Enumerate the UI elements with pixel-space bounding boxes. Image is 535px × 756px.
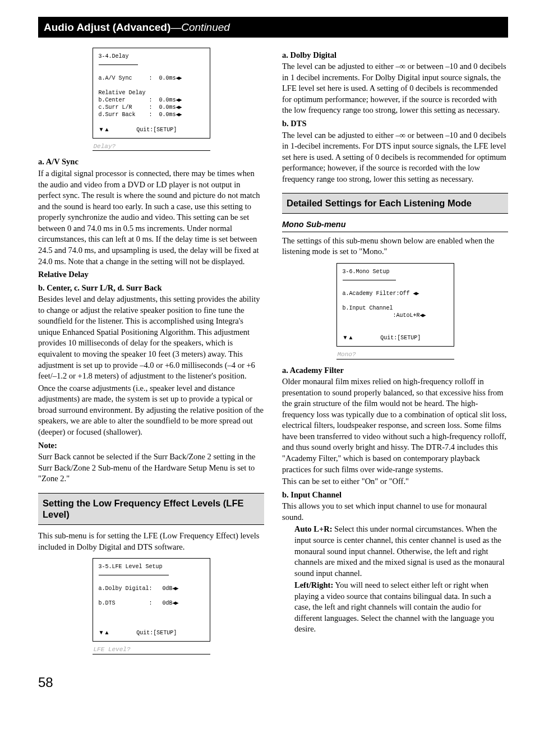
body-input-channel: This allows you to set which input chann… [282, 501, 508, 523]
heading-dolby-digital: a. Dolby Digital [282, 50, 508, 61]
header-dash: — [170, 21, 181, 33]
menu-3-6-caption: Mono? [336, 350, 454, 359]
page-header: Audio Adjust (Advanced)—Continued [38, 17, 508, 38]
section-detailed-settings: Detailed Settings for Each Listening Mod… [282, 193, 508, 214]
right-column: a. Dolby Digital The level can be adjust… [282, 48, 508, 660]
body-center-surr-1: Besides level and delay adjustments, thi… [38, 294, 264, 382]
body-academy-filter-2: This can be set to either "On" or "Off." [282, 476, 508, 487]
menu-3-4-caption: Delay? [93, 142, 210, 151]
heading-input-channel: b. Input Channel [282, 490, 508, 501]
body-dts: The level can be adjusted to either –∞ o… [282, 130, 508, 185]
body-av-sync: If a digital signal processor is connect… [38, 168, 264, 267]
menu-3-6-mono: 3-6.Mono Setup a.Academy Filter:Off ◀▶ b… [336, 263, 454, 347]
body-note: Surr Back cannot be selected if the Surr… [38, 451, 264, 485]
body-academy-filter-1: Older monaural film mixes relied on high… [282, 376, 508, 475]
menu-3-5-caption: LFE Level? [93, 645, 210, 654]
heading-note: Note: [38, 440, 264, 451]
heading-center-surr: b. Center, c. Surr L/R, d. Surr Back [38, 283, 264, 294]
body-dolby-digital: The level can be adjusted to either –∞ o… [282, 61, 508, 116]
left-column: 3-4.Delay a.A/V Sync : 0.0ms◀▶ Relative … [38, 48, 264, 660]
header-continued: Continued [181, 21, 230, 33]
body-mono-intro: The settings of this sub-menu shown belo… [282, 236, 508, 257]
heading-academy-filter: a. Academy Filter [282, 365, 508, 376]
menu-3-5-lfe: 3-5.LFE Level Setup a.Dolby Digital: 0dB… [93, 558, 210, 642]
label-auto-lr: Auto L+R: [294, 524, 332, 533]
option-auto-lr: Auto L+R: Select this under normal circu… [294, 524, 508, 635]
heading-relative-delay: Relative Delay [38, 269, 264, 280]
heading-dts: b. DTS [282, 118, 508, 130]
body-lfe-intro: This sub-menu is for setting the LFE (Lo… [38, 531, 264, 552]
section-lfe-level: Setting the Low Frequency Effect Levels … [38, 493, 264, 525]
header-title: Audio Adjust (Advanced) [44, 21, 170, 33]
content-columns: 3-4.Delay a.A/V Sync : 0.0ms◀▶ Relative … [38, 48, 508, 660]
menu-3-4-delay: 3-4.Delay a.A/V Sync : 0.0ms◀▶ Relative … [93, 48, 210, 139]
label-left-right: Left/Right: [294, 580, 333, 589]
body-center-surr-2: Once the coarse adjustments (i.e., speak… [38, 383, 264, 438]
heading-mono-submenu: Mono Sub-menu [282, 219, 508, 232]
page-number: 58 [38, 674, 508, 692]
heading-av-sync: a. A/V Sync [38, 156, 264, 168]
